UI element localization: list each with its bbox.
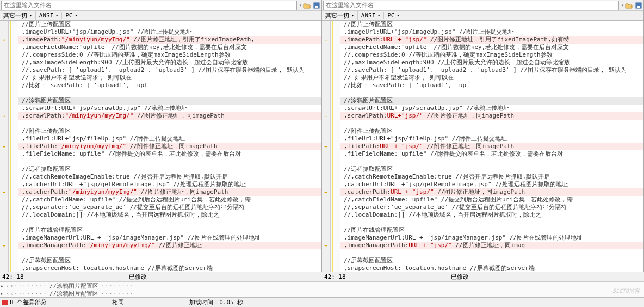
- code-line[interactable]: //比如： savePath: [ 'upload1', 'up: [340, 82, 643, 89]
- save-icon[interactable]: [634, 1, 643, 10]
- code-line[interactable]: ,fileUrl:URL+"jsp/fileUp.jsp" //附件上传提交地址: [340, 135, 643, 143]
- code-line[interactable]: // 如果用户不希望发送请求， 则可以在: [18, 74, 321, 82]
- code-line[interactable]: ,imageFieldName:"upfile" //图片数据的key,若此处修…: [18, 44, 321, 51]
- code-line[interactable]: ,snapscreenHost: location.hostname //屏幕截…: [18, 265, 321, 272]
- filename-input-left[interactable]: [1, 1, 297, 10]
- left-code[interactable]: //图片上传配置区,imageUrl:URL+"jsp/imageUp.jsp"…: [18, 21, 321, 272]
- code-line[interactable]: ,imageManagerUrl:URL + "jsp/imageManager…: [340, 234, 643, 242]
- code-line[interactable]: //,maxImageSideLength:900 //上传图片最大允许的边长，…: [18, 59, 321, 66]
- code-line[interactable]: ,imageUrl:URL+"jsp/imageUp.jsp" //图片上传提交…: [18, 28, 321, 36]
- dropdown-icon[interactable]: ▾: [621, 3, 624, 8]
- save-icon[interactable]: [312, 1, 321, 10]
- code-line[interactable]: // 如果用户不希望发送请求， 则可以在: [340, 74, 643, 82]
- code-line[interactable]: //图片在线管理配置区: [18, 226, 321, 234]
- platform-dropdown[interactable]: PC▾: [62, 12, 81, 19]
- code-line[interactable]: //,localDomain:[] //本地顶级域名，当开启远程图片抓取时，除此…: [340, 211, 643, 219]
- code-line[interactable]: ,scrawlUrl:URL+"jsp/scrawlUp.jsp" //涂鸦上传…: [18, 105, 321, 112]
- code-line[interactable]: [340, 89, 643, 97]
- code-line[interactable]: [18, 158, 321, 165]
- code-line[interactable]: ,imagePath:URL + "jsp/" //图片修正地址，引用了fixe…: [340, 36, 643, 44]
- bottom-bar: 8 个差异部分 相同 加载时间： 0.05 秒: [0, 297, 644, 307]
- code-line[interactable]: //图片在线管理配置区: [340, 226, 643, 234]
- right-code[interactable]: //图片上传配置区,imageUrl:URL+"jsp/imageUp.jsp"…: [340, 21, 643, 272]
- code-line[interactable]: ,catcherUrl:URL +"jsp/getRemoteImage.jsp…: [18, 181, 321, 188]
- merge-left-icon[interactable]: ➡: [324, 189, 327, 195]
- code-line[interactable]: ,imageFieldName:"upfile" //图片数据的key,若此处修…: [340, 44, 643, 51]
- code-line[interactable]: ,filePath:"/minyiyun/myyImg/" //附件修正地址，同…: [18, 143, 321, 150]
- code-line[interactable]: ,catcherPath:URL + "jsp/" //图片修正地址，同imag…: [340, 188, 643, 196]
- code-line[interactable]: //,separater:'ue_separate_ue' //提交至后台的远程…: [340, 204, 643, 211]
- code-line[interactable]: ,imageManagerUrl:URL + "jsp/imageManager…: [18, 234, 321, 242]
- code-line[interactable]: //附件上传配置区: [18, 127, 321, 135]
- code-line[interactable]: ,imageUrl:URL+"jsp/imageUp.jsp" //图片上传提交…: [340, 28, 643, 36]
- code-line[interactable]: //涂鸦图片配置区: [18, 97, 321, 105]
- code-line[interactable]: //附件上传配置区: [340, 127, 643, 135]
- code-line[interactable]: ,catcherPath:"/minyiyun/myyImg/" //图片修正地…: [18, 188, 321, 196]
- svg-rect-1: [315, 6, 318, 8]
- merge-left-icon[interactable]: ➡: [324, 113, 327, 119]
- merge-left-icon[interactable]: ➡: [324, 37, 327, 43]
- code-line[interactable]: //,savePath: [ 'upload1', 'upload2', 'up…: [18, 66, 321, 74]
- code-line[interactable]: [18, 89, 321, 97]
- loadtime-label: 加载时间：: [189, 298, 219, 306]
- dropdown-icon[interactable]: ▾: [299, 3, 302, 8]
- code-line[interactable]: [340, 120, 643, 127]
- code-line[interactable]: //图片上传配置区: [340, 21, 643, 28]
- code-line[interactable]: ,scrawlPath:"/minyiyun/myyImg/" //图片修正地址…: [18, 112, 321, 120]
- misc-dropdown[interactable]: 其它一切▾: [0, 11, 36, 20]
- code-line[interactable]: //,catchRemoteImageEnable:true //是否开启远程图…: [18, 173, 321, 181]
- code-line[interactable]: [340, 158, 643, 165]
- code-line[interactable]: //,savePath: [ 'upload1', 'upload2', 'up…: [340, 66, 643, 74]
- code-line[interactable]: //,compressSide:0 //等比压缩的基准，确定maxImageSi…: [340, 51, 643, 59]
- code-line[interactable]: ,fileUrl:URL+"jsp/fileUp.jsp" //附件上传提交地址: [18, 135, 321, 143]
- merge-right-icon[interactable]: ➡: [2, 37, 5, 43]
- merge-left-icon[interactable]: ➡: [324, 144, 327, 150]
- merge-right-icon[interactable]: ➡: [2, 144, 5, 150]
- code-line[interactable]: [340, 219, 643, 226]
- code-line[interactable]: //远程抓取配置区: [340, 165, 643, 173]
- code-line[interactable]: //,catchFieldName:"upfile" //提交到后台远程图片ur…: [18, 196, 321, 204]
- merge-right-icon[interactable]: ➡: [2, 113, 5, 119]
- code-line[interactable]: //比如： savePath: [ 'upload1', 'upl: [18, 82, 321, 89]
- code-line[interactable]: ,filePath:URL + "jsp/" //附件修正地址，同imagePa…: [340, 143, 643, 150]
- open-folder-icon[interactable]: [624, 1, 633, 10]
- code-line[interactable]: ,snapscreenHost: location.hostname //屏幕截…: [340, 265, 643, 272]
- code-line[interactable]: //,catchRemoteImageEnable:true //是否开启远程图…: [340, 173, 643, 181]
- encoding-dropdown[interactable]: ANSI▾: [36, 12, 62, 19]
- outline-row[interactable]: ▸‹‹········//涂鸦图片配置区········: [0, 282, 644, 290]
- filename-input-right[interactable]: [323, 1, 619, 10]
- platform-dropdown[interactable]: PC▾: [384, 12, 403, 19]
- code-line[interactable]: ,fileFieldName:"upfile" //附件提交的表单名，若此处修改…: [340, 150, 643, 158]
- merge-right-icon[interactable]: ➡: [2, 189, 5, 195]
- encoding-dropdown[interactable]: ANSI▾: [358, 12, 384, 19]
- code-line[interactable]: //,localDomain:[] //本地顶级域名，当开启远程图片抓取时，除此…: [18, 211, 321, 219]
- code-line[interactable]: //屏幕截图配置区: [340, 257, 643, 265]
- code-line[interactable]: ,catcherUrl:URL +"jsp/getRemoteImage.jsp…: [340, 181, 643, 188]
- expand-icon[interactable]: ▸: [0, 290, 4, 297]
- code-line[interactable]: ,imageManagerPath:URL + "jsp/" //图片修正地址，…: [340, 242, 643, 249]
- merge-right-icon[interactable]: ➡: [2, 243, 5, 249]
- code-line[interactable]: [340, 249, 643, 257]
- code-line[interactable]: //,compressSide:0 //等比压缩的基准，确定maxImageSi…: [18, 51, 321, 59]
- code-line[interactable]: ,imagePath:"/minyiyun/myyImg/" //图片修正地址，…: [18, 36, 321, 44]
- code-line[interactable]: ,scrawlUrl:URL+"jsp/scrawlUp.jsp" //涂鸦上传…: [340, 105, 643, 112]
- code-line[interactable]: //图片上传配置区: [18, 21, 321, 28]
- code-line[interactable]: [18, 249, 321, 257]
- code-line[interactable]: ,imageManagerPath:"/minyiyun/myyImg/" //…: [18, 242, 321, 249]
- misc-dropdown[interactable]: 其它一切▾: [322, 11, 358, 20]
- code-line[interactable]: ,scrawlPath:URL+"jsp/" //图片修正地址，同imagePa…: [340, 112, 643, 120]
- code-line[interactable]: //,catchFieldName:"upfile" //提交到后台远程图片ur…: [340, 196, 643, 204]
- diff-indicator-icon: [2, 300, 8, 305]
- code-line[interactable]: [18, 120, 321, 127]
- expand-icon[interactable]: ▸: [0, 283, 4, 290]
- code-line[interactable]: //屏幕截图配置区: [18, 257, 321, 265]
- code-line[interactable]: //,separater:'ue_separate_ue' //提交至后台的远程…: [18, 204, 321, 211]
- code-line[interactable]: [18, 219, 321, 226]
- open-folder-icon[interactable]: [302, 1, 311, 10]
- outline-row[interactable]: ▸‹‹········//涂鸦图片配置区········: [0, 290, 644, 297]
- code-line[interactable]: ,fileFieldName:"upfile" //附件提交的表单名，若此处修改…: [18, 150, 321, 158]
- code-line[interactable]: //远程抓取配置区: [18, 165, 321, 173]
- merge-left-icon[interactable]: ➡: [324, 243, 327, 249]
- code-line[interactable]: //,maxImageSideLength:900 //上传图片最大允许的边长，…: [340, 59, 643, 66]
- code-line[interactable]: //涂鸦图片配置区: [340, 97, 643, 105]
